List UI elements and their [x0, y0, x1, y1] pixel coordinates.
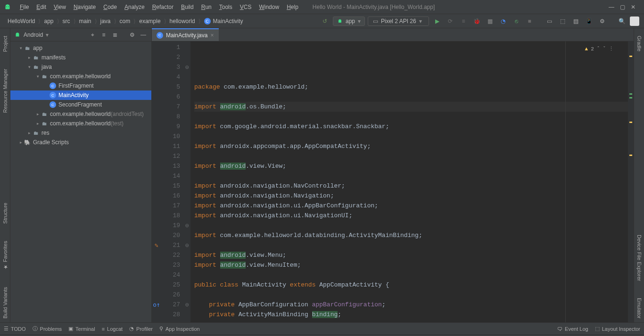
- logcat-tool-tab[interactable]: ≡Logcat: [102, 326, 123, 332]
- menu-refactor[interactable]: Refactor: [149, 2, 177, 12]
- tree-item-firstfragment[interactable]: CFirstFragment: [10, 81, 151, 90]
- hide-panel-icon[interactable]: —: [139, 31, 148, 39]
- menu-file[interactable]: File: [16, 2, 33, 12]
- breadcrumb-com[interactable]: com: [117, 16, 133, 26]
- collapse-all-icon[interactable]: ≣: [111, 31, 119, 39]
- running-devices-icon[interactable]: ▤: [570, 16, 581, 26]
- run-configuration-selector[interactable]: app ▾: [333, 16, 365, 26]
- breadcrumb-mainactivity[interactable]: CMainActivity: [201, 16, 246, 26]
- favorites-tool-tab[interactable]: ★Favorites: [1, 237, 9, 274]
- menu-build[interactable]: Build: [177, 2, 198, 12]
- debug-button[interactable]: 🐞: [471, 16, 482, 26]
- menu-navigate[interactable]: Navigate: [70, 2, 99, 12]
- editor-body[interactable]: ✎ o↑ 12345678910111213141516171819202122…: [152, 41, 634, 322]
- code-editor[interactable]: ▲ 2 ˆ ˇ ⋮ package com.example.helloworld…: [190, 41, 628, 322]
- sync-gradle-icon[interactable]: ⚙: [597, 16, 607, 26]
- apply-changes-icon[interactable]: ⟳: [445, 16, 455, 26]
- tree-item-manifests[interactable]: ▸🖿manifests: [10, 53, 151, 62]
- tree-item-com-example-helloworld[interactable]: ▸🖿com.example.helloworld (test): [10, 119, 151, 128]
- editor-tab-mainactivity[interactable]: C MainActivity.java ×: [152, 28, 219, 41]
- breadcrumb-helloworld[interactable]: HelloWorld: [5, 16, 38, 26]
- emulator-tool-tab[interactable]: Emulator: [636, 294, 643, 322]
- svg-point-0: [6, 6, 7, 7]
- expand-all-icon[interactable]: ≡: [99, 31, 108, 39]
- bottom-tool-strip: ☰TODO ⓘProblems ▣Terminal ≡Logcat ◔Profi…: [0, 322, 644, 335]
- inspection-widget[interactable]: ▲ 2 ˆ ˇ ⋮: [585, 44, 614, 54]
- sdk-manager-icon[interactable]: ⬚: [557, 16, 568, 26]
- device-manager-icon[interactable]: 📱: [584, 16, 594, 26]
- menu-view[interactable]: View: [50, 2, 70, 12]
- project-view-selector[interactable]: Android ▾: [14, 32, 85, 38]
- tree-item-secondfragment[interactable]: CSecondFragment: [10, 100, 151, 109]
- profiler-tool-tab[interactable]: ◔Profiler: [129, 326, 153, 332]
- breadcrumb-example[interactable]: example: [136, 16, 163, 26]
- inspection-menu-icon[interactable]: ⋮: [609, 44, 614, 54]
- menu-code[interactable]: Code: [99, 2, 121, 12]
- minimize-button[interactable]: —: [609, 4, 614, 10]
- run-button[interactable]: ▶: [432, 16, 442, 26]
- tree-item-com-example-helloworld[interactable]: ▾🖿com.example.helloworld: [10, 72, 151, 81]
- breadcrumb-main[interactable]: main: [76, 16, 94, 26]
- problems-tool-tab[interactable]: ⓘProblems: [33, 325, 62, 332]
- error-stripe[interactable]: [628, 41, 634, 322]
- menu-vcs[interactable]: VCS: [236, 2, 256, 12]
- todo-tool-tab[interactable]: ☰TODO: [4, 326, 26, 332]
- close-button[interactable]: ✕: [631, 4, 636, 10]
- menu-window[interactable]: Window: [255, 2, 283, 12]
- menu-analyze[interactable]: Analyze: [121, 2, 149, 12]
- right-tool-strip: Gradle Device File Explorer Emulator: [634, 28, 644, 322]
- search-everywhere-icon[interactable]: 🔍: [617, 16, 627, 26]
- tree-item-res[interactable]: ▸🖿res: [10, 128, 151, 138]
- device-selector[interactable]: ▭ Pixel 2 API 26 ▾: [368, 16, 429, 26]
- fold-gutter[interactable]: ⊖ ⊖ ⊖ ⊖: [184, 41, 190, 322]
- menu-help[interactable]: Help: [283, 2, 302, 12]
- tree-item-com-example-helloworld[interactable]: ▸🖿com.example.helloworld (androidTest): [10, 109, 151, 119]
- icon-gutter[interactable]: ✎ o↑: [152, 41, 161, 322]
- sync-icon[interactable]: ↺: [320, 16, 330, 26]
- navigation-bar: HelloWorld⟩app⟩src⟩main⟩java⟩com⟩example…: [0, 14, 644, 28]
- title-bar: FileEditViewNavigateCodeAnalyzeRefactorB…: [0, 0, 644, 14]
- prev-highlight-icon[interactable]: ˇ: [603, 44, 606, 54]
- stop-button[interactable]: ■: [524, 16, 535, 26]
- layout-inspector-tool-tab[interactable]: ⬚Layout Inspector: [595, 326, 640, 332]
- structure-tool-tab[interactable]: Structure: [1, 199, 9, 228]
- right-margin-line: [565, 41, 566, 322]
- project-tree[interactable]: ▾🖿app▸🖿manifests▾🖿java▾🖿com.example.hell…: [10, 41, 151, 322]
- close-tab-icon[interactable]: ×: [210, 32, 214, 39]
- device-file-explorer-tool-tab[interactable]: Device File Explorer: [636, 231, 643, 285]
- build-variants-tool-tab[interactable]: Build Variants: [1, 283, 9, 322]
- editor-area: C MainActivity.java × ✎ o↑ 1234567891011…: [152, 28, 634, 322]
- tree-item-app[interactable]: ▾🖿app: [10, 43, 151, 53]
- terminal-tool-tab[interactable]: ▣Terminal: [68, 326, 95, 332]
- tree-item-java[interactable]: ▾🖿java: [10, 62, 151, 72]
- breadcrumb-app[interactable]: app: [41, 16, 56, 26]
- breadcrumb-src[interactable]: src: [60, 16, 73, 26]
- maximize-button[interactable]: ▢: [620, 4, 625, 10]
- line-number-gutter[interactable]: 1234567891011121314151617181920212223242…: [161, 41, 184, 322]
- left-tool-strip: Project Resource Manager Structure ★Favo…: [0, 28, 10, 322]
- menu-edit[interactable]: Edit: [33, 2, 50, 12]
- app-inspection-tool-tab[interactable]: ⚲App Inspection: [159, 326, 200, 332]
- tree-item-mainactivity[interactable]: CMainActivity: [10, 90, 151, 100]
- coverage-icon[interactable]: ▦: [485, 16, 495, 26]
- settings-icon[interactable]: ⚙: [128, 31, 136, 39]
- avd-manager-icon[interactable]: ▭: [544, 16, 554, 26]
- project-tool-tab[interactable]: Project: [1, 32, 9, 56]
- gradle-tool-tab[interactable]: Gradle: [636, 32, 643, 55]
- tree-item-gradle scripts[interactable]: ▸🐘Gradle Scripts: [10, 138, 151, 147]
- breadcrumb-java[interactable]: java: [98, 16, 114, 26]
- locate-icon[interactable]: ⌖: [88, 31, 97, 39]
- user-avatar[interactable]: [630, 16, 639, 26]
- menu-run[interactable]: Run: [198, 2, 215, 12]
- java-file-icon: C: [157, 32, 163, 39]
- main-area: Project Resource Manager Structure ★Favo…: [0, 28, 644, 322]
- apply-code-icon[interactable]: ≡: [458, 16, 469, 26]
- resource-manager-tool-tab[interactable]: Resource Manager: [1, 65, 9, 117]
- profiler-icon[interactable]: ◔: [498, 16, 508, 26]
- breadcrumb-helloworld[interactable]: helloworld: [167, 16, 198, 26]
- attach-debugger-icon[interactable]: ⎋: [511, 16, 521, 26]
- event-log-tool-tab[interactable]: 🗨Event Log: [557, 326, 588, 332]
- menu-tools[interactable]: Tools: [215, 2, 236, 12]
- next-highlight-icon[interactable]: ˆ: [597, 44, 600, 54]
- window-controls: — ▢ ✕: [604, 4, 640, 10]
